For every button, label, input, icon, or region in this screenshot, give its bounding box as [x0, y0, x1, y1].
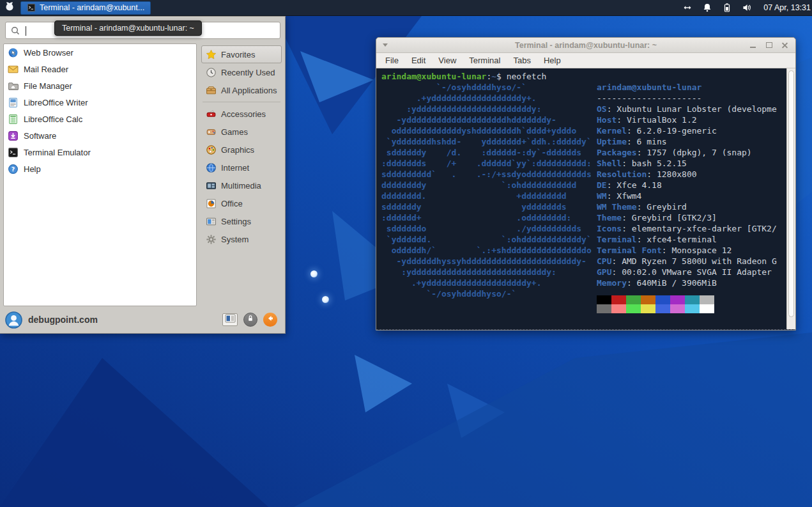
terminal-scrollbar[interactable]	[786, 68, 795, 329]
battery-icon[interactable]	[722, 3, 732, 13]
color-swatch	[611, 304, 626, 313]
category-label: Internet	[221, 163, 249, 173]
system-icon	[206, 234, 217, 245]
whisker-menu: Terminal - arindam@xubuntu-lunar: ~ Web …	[0, 16, 286, 334]
scrollbar-thumb[interactable]	[788, 70, 794, 317]
wallpaper-dot	[322, 296, 329, 303]
close-button[interactable]	[781, 42, 788, 49]
panels-icon	[225, 314, 236, 325]
neofetch-info-line: Resolution: 1280x800	[597, 169, 783, 180]
neofetch-info-line: Icons: elementary-xfce-darker [GTK2/	[597, 223, 783, 234]
favorites-icon	[206, 49, 217, 60]
neofetch-info-line: Terminal Font: Monospace 12	[597, 245, 783, 256]
neofetch-info-line: OS: Xubuntu Lunar Lobster (developme	[597, 104, 783, 114]
xubuntu-logo-icon	[4, 1, 15, 15]
applications-menu-button[interactable]	[0, 0, 19, 16]
menu-category-recently-used[interactable]: Recently Used	[201, 63, 282, 81]
menu-app-help[interactable]: ?Help	[4, 160, 196, 177]
menu-app-terminal-emulator[interactable]: Terminal Emulator	[4, 144, 196, 160]
taskbar-window-title: Terminal - arindam@xubunt...	[40, 3, 144, 12]
menubar-item-file[interactable]: File	[379, 54, 405, 66]
terminal-icon	[27, 3, 36, 12]
settings-icon	[206, 216, 217, 227]
neofetch-info-line: CPU: AMD Ryzen 7 5800U with Radeon G	[597, 256, 783, 267]
category-label: Recently Used	[221, 68, 275, 77]
color-swatch	[655, 295, 670, 304]
terminal-color-palette	[597, 295, 783, 313]
network-icon[interactable]	[682, 3, 693, 13]
menubar-item-help[interactable]: Help	[537, 54, 567, 66]
notifications-bell-icon[interactable]	[702, 3, 712, 13]
help-icon: ?	[8, 164, 19, 175]
audio-volume-icon[interactable]	[742, 3, 752, 13]
menu-category-office[interactable]: Office	[201, 194, 282, 212]
color-swatch	[655, 304, 670, 313]
menu-app-mail-reader[interactable]: Mail Reader	[4, 61, 196, 77]
window-title: Terminal - arindam@xubuntu-lunar: ~	[376, 41, 795, 50]
all-applications-icon	[206, 85, 217, 96]
neofetch-ascii-logo: `-/osyhddddhyso/-` .+ydddddddddddddddddd…	[381, 82, 592, 299]
menubar-item-terminal[interactable]: Terminal	[463, 54, 507, 66]
application-list: Web BrowserMail ReaderFile ManagerLibreO…	[3, 43, 197, 306]
text-caret	[26, 26, 26, 36]
color-swatch	[685, 304, 700, 313]
menu-app-software[interactable]: Software	[4, 127, 196, 144]
color-swatch	[670, 295, 685, 304]
mail-reader-icon	[8, 64, 19, 75]
menu-category-system[interactable]: System	[201, 230, 282, 248]
neofetch-info-line: Uptime: 6 mins	[597, 136, 783, 147]
neofetch-info: arindam@xubuntu-lunar-------------------…	[597, 82, 783, 313]
top-panel: Terminal - arindam@xubunt... 07 Apr, 13:…	[0, 0, 812, 16]
window-titlebar[interactable]: Terminal - arindam@xubuntu-lunar: ~	[376, 38, 795, 53]
terminal-icon	[8, 147, 19, 158]
menu-category-accessories[interactable]: Accessories	[201, 105, 282, 123]
menu-app-web-browser[interactable]: Web Browser	[4, 44, 196, 61]
color-swatch	[700, 304, 714, 313]
settings-editor-button[interactable]	[222, 313, 238, 326]
shell-prompt: arindam@xubuntu-lunar:~$ neofetch	[381, 71, 546, 82]
menu-app-libreoffice-writer[interactable]: LibreOffice Writer	[4, 94, 196, 111]
tooltip: Terminal - arindam@xubuntu-lunar: ~	[54, 20, 202, 36]
prompt-user-host: arindam@xubuntu-lunar	[381, 72, 486, 81]
lock-screen-button[interactable]	[243, 313, 257, 327]
prompt-command: $ neofetch	[496, 72, 546, 81]
menu-category-favorites[interactable]: Favorites	[201, 45, 282, 63]
log-out-button[interactable]	[263, 313, 277, 327]
neofetch-info-line: WM: Xfwm4	[597, 191, 783, 201]
menu-category-graphics[interactable]: Graphics	[201, 141, 282, 159]
color-swatch	[685, 295, 700, 304]
menu-category-games[interactable]: Games	[201, 123, 282, 141]
prompt-path: ~	[491, 72, 496, 81]
category-label: Games	[221, 127, 248, 137]
web-browser-icon	[8, 47, 19, 58]
color-swatch	[611, 295, 626, 304]
maximize-button[interactable]	[765, 42, 772, 49]
lo-calc-icon	[8, 114, 19, 125]
menu-category-multimedia[interactable]: Multimedia	[201, 176, 282, 194]
accessories-icon	[206, 109, 217, 120]
category-label: System	[221, 235, 249, 244]
taskbar-window-button[interactable]: Terminal - arindam@xubunt...	[20, 1, 151, 15]
menu-app-file-manager[interactable]: File Manager	[4, 77, 196, 94]
menu-category-all-applications[interactable]: All Applications	[201, 81, 282, 99]
category-label: Multimedia	[221, 181, 261, 191]
neofetch-info-line: WM Theme: Greybird	[597, 201, 783, 212]
menubar-item-edit[interactable]: Edit	[405, 54, 432, 66]
neofetch-info-line: Memory: 640MiB / 3906MiB	[597, 277, 783, 288]
system-tray: 07 Apr, 13:31	[682, 3, 812, 13]
neofetch-info-line: Kernel: 6.2.0-19-generic	[597, 125, 783, 136]
app-label: Software	[24, 131, 56, 141]
clock[interactable]: 07 Apr, 13:31	[763, 3, 811, 12]
menu-category-settings[interactable]: Settings	[201, 212, 282, 230]
terminal-window: Terminal - arindam@xubuntu-lunar: ~ File…	[376, 37, 796, 331]
office-icon	[206, 198, 217, 209]
neofetch-info-line: GPU: 00:02.0 VMware SVGA II Adapter	[597, 267, 783, 277]
multimedia-icon	[206, 180, 217, 191]
menubar-item-tabs[interactable]: Tabs	[507, 54, 537, 66]
minimize-button[interactable]	[749, 42, 756, 49]
neofetch-underline: ---------------------	[597, 93, 783, 104]
neofetch-info-line: Packages: 1757 (dpkg), 7 (snap)	[597, 147, 783, 158]
menu-category-internet[interactable]: Internet	[201, 159, 282, 176]
menu-app-libreoffice-calc[interactable]: LibreOffice Calc	[4, 111, 196, 127]
menubar-item-view[interactable]: View	[432, 54, 463, 66]
